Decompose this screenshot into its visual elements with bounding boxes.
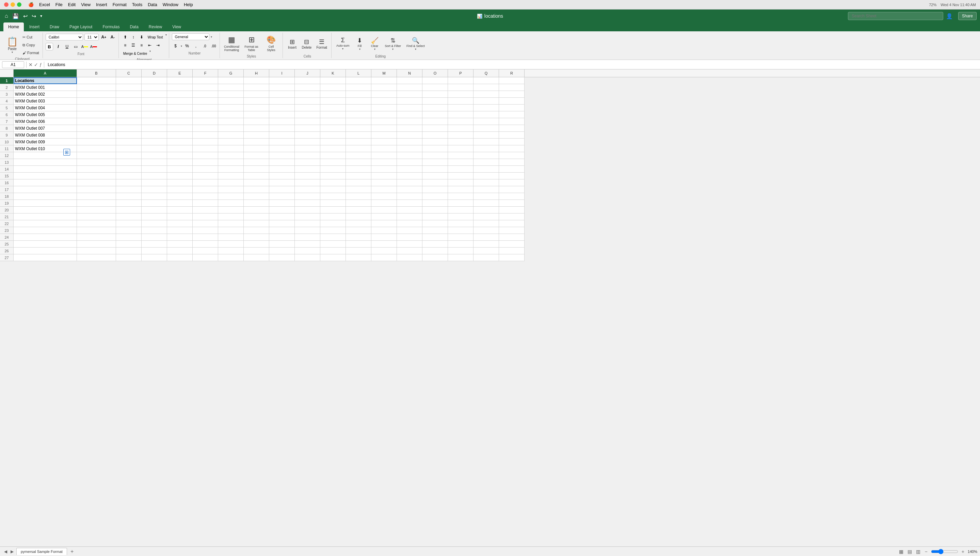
cell-D21[interactable]	[142, 213, 167, 220]
cell-Q21[interactable]	[473, 213, 499, 220]
cell-Q17[interactable]	[473, 186, 499, 193]
zoom-in-button[interactable]: +	[961, 548, 965, 555]
row-number[interactable]: 20	[0, 207, 14, 213]
cell-D27[interactable]	[142, 254, 167, 261]
cell-D7[interactable]	[142, 118, 167, 125]
cell-F3[interactable]	[193, 91, 218, 98]
cell-Q4[interactable]	[473, 98, 499, 105]
cell-C7[interactable]	[116, 118, 142, 125]
cell-D18[interactable]	[142, 193, 167, 200]
cell-O16[interactable]	[423, 179, 448, 186]
cell-A9[interactable]: WXM Outlet 008	[14, 132, 77, 139]
cell-P1[interactable]	[448, 77, 473, 84]
cell-R23[interactable]	[499, 227, 525, 234]
cell-N1[interactable]	[397, 77, 423, 84]
cell-I25[interactable]	[269, 241, 295, 247]
cell-C10[interactable]	[116, 139, 142, 145]
cell-P6[interactable]	[448, 112, 473, 118]
cell-O6[interactable]	[423, 112, 448, 118]
cell-M23[interactable]	[371, 227, 397, 234]
cell-K9[interactable]	[320, 132, 346, 139]
cell-D14[interactable]	[142, 166, 167, 173]
cell-H17[interactable]	[244, 186, 269, 193]
cell-G8[interactable]	[218, 125, 244, 132]
menu-excel[interactable]: Excel	[39, 2, 50, 7]
cell-F12[interactable]	[193, 152, 218, 159]
cell-N4[interactable]	[397, 98, 423, 105]
cell-M20[interactable]	[371, 207, 397, 213]
cell-J24[interactable]	[295, 234, 320, 241]
cell-N8[interactable]	[397, 125, 423, 132]
cell-G16[interactable]	[218, 179, 244, 186]
cell-H10[interactable]	[244, 139, 269, 145]
cell-P23[interactable]	[448, 227, 473, 234]
cell-H12[interactable]	[244, 152, 269, 159]
cell-F5[interactable]	[193, 105, 218, 112]
cell-B19[interactable]	[77, 200, 116, 207]
cell-P11[interactable]	[448, 145, 473, 152]
cell-F27[interactable]	[193, 254, 218, 261]
cell-H11[interactable]	[244, 145, 269, 152]
cell-D6[interactable]	[142, 112, 167, 118]
cell-M1[interactable]	[371, 77, 397, 84]
cell-F21[interactable]	[193, 213, 218, 220]
cell-G19[interactable]	[218, 200, 244, 207]
cell-L26[interactable]	[346, 247, 371, 254]
cell-K18[interactable]	[320, 193, 346, 200]
cell-G10[interactable]	[218, 139, 244, 145]
cell-F1[interactable]	[193, 77, 218, 84]
cell-Q19[interactable]	[473, 200, 499, 207]
cell-A17[interactable]	[14, 186, 77, 193]
cell-J4[interactable]	[295, 98, 320, 105]
cell-N22[interactable]	[397, 220, 423, 227]
cell-I10[interactable]	[269, 139, 295, 145]
cell-L10[interactable]	[346, 139, 371, 145]
cell-C3[interactable]	[116, 91, 142, 98]
cell-D13[interactable]	[142, 159, 167, 166]
cell-R14[interactable]	[499, 166, 525, 173]
cell-L22[interactable]	[346, 220, 371, 227]
cell-I27[interactable]	[269, 254, 295, 261]
cell-I9[interactable]	[269, 132, 295, 139]
cell-I2[interactable]	[269, 84, 295, 91]
cell-B12[interactable]	[77, 152, 116, 159]
cell-L9[interactable]	[346, 132, 371, 139]
cell-J5[interactable]	[295, 105, 320, 112]
cell-R15[interactable]	[499, 173, 525, 179]
cell-H19[interactable]	[244, 200, 269, 207]
cell-E16[interactable]	[167, 179, 193, 186]
cell-B25[interactable]	[77, 241, 116, 247]
row-number[interactable]: 14	[0, 166, 14, 173]
cell-I4[interactable]	[269, 98, 295, 105]
cell-L24[interactable]	[346, 234, 371, 241]
cell-A2[interactable]: WXM Outlet 001	[14, 84, 77, 91]
row-number[interactable]: 19	[0, 200, 14, 207]
cell-F15[interactable]	[193, 173, 218, 179]
cell-F22[interactable]	[193, 220, 218, 227]
row-number[interactable]: 23	[0, 227, 14, 234]
cell-N27[interactable]	[397, 254, 423, 261]
cell-I7[interactable]	[269, 118, 295, 125]
cell-M7[interactable]	[371, 118, 397, 125]
cell-N15[interactable]	[397, 173, 423, 179]
cell-F17[interactable]	[193, 186, 218, 193]
cell-A25[interactable]	[14, 241, 77, 247]
cell-C17[interactable]	[116, 186, 142, 193]
cell-M6[interactable]	[371, 112, 397, 118]
row-number[interactable]: 11	[0, 145, 14, 152]
cell-L25[interactable]	[346, 241, 371, 247]
cell-P24[interactable]	[448, 234, 473, 241]
menu-data[interactable]: Data	[148, 2, 157, 7]
menu-window[interactable]: Window	[163, 2, 178, 7]
cell-B20[interactable]	[77, 207, 116, 213]
col-header-D[interactable]: D	[142, 70, 167, 77]
confirm-formula-button[interactable]: ✓	[34, 62, 38, 68]
indent-increase-button[interactable]: ⇥	[154, 42, 162, 49]
cell-C5[interactable]	[116, 105, 142, 112]
cell-A14[interactable]	[14, 166, 77, 173]
cell-B13[interactable]	[77, 159, 116, 166]
tab-page-layout[interactable]: Page Layout	[65, 23, 97, 31]
cell-O18[interactable]	[423, 193, 448, 200]
cell-D5[interactable]	[142, 105, 167, 112]
cell-P26[interactable]	[448, 247, 473, 254]
